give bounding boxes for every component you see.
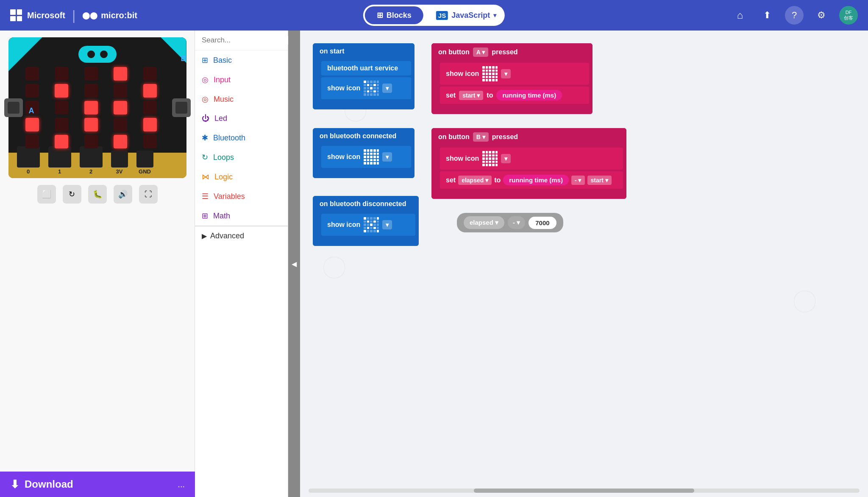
on-start-icon-dropdown[interactable]: ▾ <box>382 84 392 93</box>
home-button[interactable]: ⌂ <box>731 6 749 25</box>
sim-led-1-1 <box>55 84 68 98</box>
toolbox-item-loops[interactable]: ↻ Loops <box>195 148 288 167</box>
canvas-scrollbar[interactable] <box>309 489 860 493</box>
led-icon: ⏻ <box>202 114 209 123</box>
button-a-dropdown[interactable]: A ▾ <box>473 47 488 57</box>
toolbox-search-area: 🔍 <box>195 31 288 50</box>
sim-label-b: B <box>181 54 186 63</box>
bluetooth-connected-icon-dropdown[interactable]: ▾ <box>382 152 392 162</box>
minus-op-dropdown[interactable]: - ▾ <box>571 176 585 185</box>
sim-led-4-3 <box>114 135 127 148</box>
sim-refresh-button[interactable]: ↻ <box>63 185 81 204</box>
collapse-button[interactable]: ◀ <box>288 31 300 497</box>
download-icon: ⬇ <box>10 478 19 491</box>
on-button-a-block[interactable]: on button A ▾ pressed show icon <box>431 43 593 114</box>
sim-led-3-4 <box>143 118 157 131</box>
on-button-b-pressed-label: pressed <box>492 133 518 141</box>
running-time-ms-pill-b[interactable]: running time (ms) <box>503 175 569 185</box>
user-avatar[interactable]: DF创客 <box>839 6 858 25</box>
sim-debug-button[interactable]: 🐛 <box>88 185 107 204</box>
toolbox-item-bluetooth[interactable]: ✱ Bluetooth <box>195 128 288 148</box>
on-bluetooth-connected-footer <box>313 171 415 178</box>
button-a-icon-dropdown[interactable]: ▾ <box>501 69 511 78</box>
sim-led-2-1 <box>55 101 68 114</box>
start-var-dropdown[interactable]: start ▾ <box>459 91 483 100</box>
sim-pin-gnd: GND <box>136 151 153 175</box>
elapsed-op-dropdown[interactable]: - ▾ <box>508 216 525 229</box>
search-input[interactable] <box>202 36 292 45</box>
sim-pin-2: 2 <box>80 146 103 175</box>
button-b-show-icon[interactable]: show icon <box>440 148 623 170</box>
sim-led-3-0 <box>25 118 39 131</box>
on-button-b-header: on button B ▾ pressed <box>431 128 626 146</box>
sim-face <box>78 46 117 63</box>
on-start-bluetooth-uart[interactable]: bluetooth uart service <box>321 61 411 75</box>
sim-pin-hole-1 <box>48 146 71 168</box>
button-a-show-icon[interactable]: show icon <box>440 63 589 85</box>
canvas-scrollbar-thumb[interactable] <box>474 489 694 493</box>
on-button-b-block[interactable]: on button B ▾ pressed show icon <box>431 128 626 199</box>
download-bar[interactable]: ⬇ Download ... <box>0 472 195 497</box>
toolbox-advanced[interactable]: ▶ Advanced <box>195 226 288 246</box>
toolbox-item-led[interactable]: ⏻ Led <box>195 109 288 128</box>
sim-eye-left <box>87 50 95 58</box>
toolbox-item-music[interactable]: ◎ Music <box>195 89 288 109</box>
advanced-label: Advanced <box>210 232 244 240</box>
windows-icon <box>10 9 22 21</box>
on-bluetooth-disconnected-header: on bluetooth disconnected <box>313 196 419 212</box>
bg-deco-3: 〇 <box>321 251 347 285</box>
running-time-ms-pill-a[interactable]: running time (ms) <box>496 90 562 101</box>
javascript-tab-label: JavaScript <box>451 11 490 20</box>
button-b-dropdown[interactable]: B ▾ <box>473 132 489 142</box>
sim-pin-label-1: 1 <box>58 168 61 175</box>
button-a-icon-grid <box>482 66 498 81</box>
basic-label: Basic <box>213 56 232 65</box>
sim-led-1-2 <box>84 84 98 98</box>
button-b-icon-grid <box>482 151 498 166</box>
sim-sound-button[interactable]: 🔊 <box>114 185 132 204</box>
tab-blocks[interactable]: ⊞ Blocks <box>365 6 423 24</box>
sim-pin-hole-gnd <box>136 151 153 168</box>
to-label-b: to <box>494 176 501 184</box>
elapsed-display-block[interactable]: elapsed ▾ - ▾ 7000 <box>457 213 563 232</box>
led-label: Led <box>214 114 227 123</box>
input-icon: ◎ <box>202 75 209 84</box>
sim-led-1-3 <box>114 84 127 98</box>
sim-stop-button[interactable]: ⬜ <box>37 185 56 204</box>
on-button-a-label: on button <box>438 48 470 56</box>
toolbox-item-variables[interactable]: ☰ Variables <box>195 187 288 206</box>
bg-deco-4: 〇 <box>792 285 817 319</box>
button-a-set-start[interactable]: set start ▾ to running time (ms) <box>440 87 589 104</box>
sim-fullscreen-button[interactable]: ⛶ <box>139 185 158 204</box>
on-bluetooth-disconnected-block[interactable]: on bluetooth disconnected show icon <box>313 196 419 246</box>
settings-button[interactable]: ⚙ <box>812 6 831 25</box>
download-more-button[interactable]: ... <box>178 480 185 489</box>
advanced-chevron-icon: ▶ <box>202 232 207 240</box>
on-bluetooth-connected-block[interactable]: on bluetooth connected show icon <box>313 128 415 178</box>
button-b-icon-dropdown[interactable]: ▾ <box>501 154 511 163</box>
sim-led-4-0 <box>25 135 39 148</box>
on-start-show-icon-label: show icon <box>327 84 360 92</box>
on-start-block[interactable]: on start bluetooth uart service show ico… <box>313 43 415 109</box>
start-var2-dropdown[interactable]: start ▾ <box>587 176 612 185</box>
sim-button-b[interactable] <box>172 98 191 117</box>
bluetooth-connected-show-icon[interactable]: show icon <box>321 146 411 168</box>
button-b-set-elapsed[interactable]: set elapsed ▾ to running time (ms) - ▾ s… <box>440 171 623 189</box>
elapsed-display-dropdown[interactable]: elapsed ▾ <box>464 216 504 229</box>
share-button[interactable]: ⬆ <box>758 6 776 25</box>
bluetooth-disconnected-icon-dropdown[interactable]: ▾ <box>382 220 392 229</box>
help-button[interactable]: ? <box>785 6 804 25</box>
download-content: ⬇ Download <box>10 478 73 491</box>
toolbox-item-logic[interactable]: ⋈ Logic <box>195 167 288 187</box>
on-start-icon-grid <box>364 81 379 96</box>
bluetooth-disconnected-show-icon[interactable]: show icon <box>321 214 415 236</box>
canvas-area[interactable]: 〇 〇 〇 〇 on start bluetooth uart service … <box>300 31 868 497</box>
sim-button-a[interactable] <box>4 98 23 117</box>
toolbox-item-input[interactable]: ◎ Input <box>195 70 288 89</box>
tab-javascript[interactable]: JS JavaScript ▾ <box>424 7 503 24</box>
toolbox-item-math[interactable]: ⊞ Math <box>195 206 288 226</box>
main-layout: A B 0 1 2 <box>0 31 868 497</box>
toolbox-item-basic[interactable]: ⊞ Basic <box>195 50 288 70</box>
elapsed-var-dropdown[interactable]: elapsed ▾ <box>458 176 492 185</box>
on-start-show-icon[interactable]: show icon <box>321 77 411 99</box>
